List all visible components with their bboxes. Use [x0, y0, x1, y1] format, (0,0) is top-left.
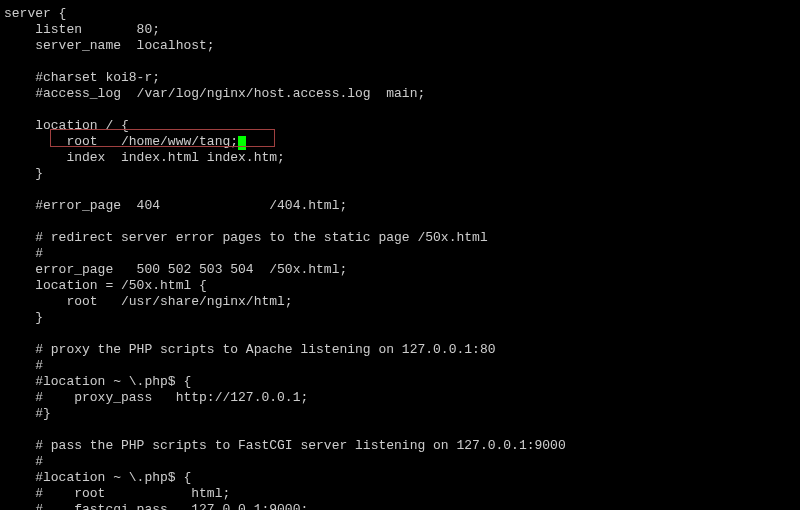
line-text: #	[4, 246, 43, 261]
code-line: #charset koi8-r;	[4, 70, 796, 86]
line-text: #	[4, 358, 43, 373]
line-text: index index.html index.htm;	[4, 150, 285, 165]
line-text: #error_page 404 /404.html;	[4, 198, 347, 213]
line-text: # fastcgi_pass 127.0.0.1:9000;	[4, 502, 308, 510]
line-text: # pass the PHP scripts to FastCGI server…	[4, 438, 566, 453]
line-text: #	[4, 454, 43, 469]
line-text: # root html;	[4, 486, 230, 501]
code-line: #access_log /var/log/nginx/host.access.l…	[4, 86, 796, 102]
line-text: # redirect server error pages to the sta…	[4, 230, 488, 245]
code-line: location = /50x.html {	[4, 278, 796, 294]
code-line: }	[4, 166, 796, 182]
code-line: # proxy_pass http://127.0.0.1;	[4, 390, 796, 406]
code-line: #	[4, 246, 796, 262]
code-line: # root html;	[4, 486, 796, 502]
code-line: root /home/www/tang;	[4, 134, 796, 150]
line-text: # proxy_pass http://127.0.0.1;	[4, 390, 308, 405]
line-text: #charset koi8-r;	[4, 70, 160, 85]
code-line: error_page 500 502 503 504 /50x.html;	[4, 262, 796, 278]
code-line: #location ~ \.php$ {	[4, 470, 796, 486]
line-text: server_name localhost;	[4, 38, 215, 53]
code-line: #error_page 404 /404.html;	[4, 198, 796, 214]
cursor-block	[238, 136, 246, 150]
line-text: #}	[4, 406, 51, 421]
code-line: # proxy the PHP scripts to Apache listen…	[4, 342, 796, 358]
code-line: # fastcgi_pass 127.0.0.1:9000;	[4, 502, 796, 510]
code-line: server_name localhost;	[4, 38, 796, 54]
line-text: #access_log /var/log/nginx/host.access.l…	[4, 86, 425, 101]
code-line: #}	[4, 406, 796, 422]
line-text: #location ~ \.php$ {	[4, 470, 191, 485]
code-line: root /usr/share/nginx/html;	[4, 294, 796, 310]
code-line: location / {	[4, 118, 796, 134]
code-line	[4, 102, 796, 118]
line-text: location / {	[4, 118, 129, 133]
code-line	[4, 182, 796, 198]
code-line: server {	[4, 6, 796, 22]
code-line: }	[4, 310, 796, 326]
code-line	[4, 422, 796, 438]
code-line: #	[4, 358, 796, 374]
code-line	[4, 54, 796, 70]
line-text: #location ~ \.php$ {	[4, 374, 191, 389]
code-line	[4, 214, 796, 230]
code-line: #	[4, 454, 796, 470]
code-line	[4, 326, 796, 342]
terminal-editor[interactable]: server { listen 80; server_name localhos…	[0, 0, 800, 510]
code-line: index index.html index.htm;	[4, 150, 796, 166]
line-text: }	[4, 310, 43, 325]
line-text: root /usr/share/nginx/html;	[4, 294, 293, 309]
code-line: # redirect server error pages to the sta…	[4, 230, 796, 246]
line-text: error_page 500 502 503 504 /50x.html;	[4, 262, 347, 277]
line-text: }	[4, 166, 43, 181]
code-line: #location ~ \.php$ {	[4, 374, 796, 390]
line-text: location = /50x.html {	[4, 278, 207, 293]
line-text: root /home/www/tang;	[4, 134, 238, 149]
code-line: # pass the PHP scripts to FastCGI server…	[4, 438, 796, 454]
line-text: server {	[4, 6, 66, 21]
line-text: listen 80;	[4, 22, 160, 37]
line-text: # proxy the PHP scripts to Apache listen…	[4, 342, 495, 357]
code-line: listen 80;	[4, 22, 796, 38]
